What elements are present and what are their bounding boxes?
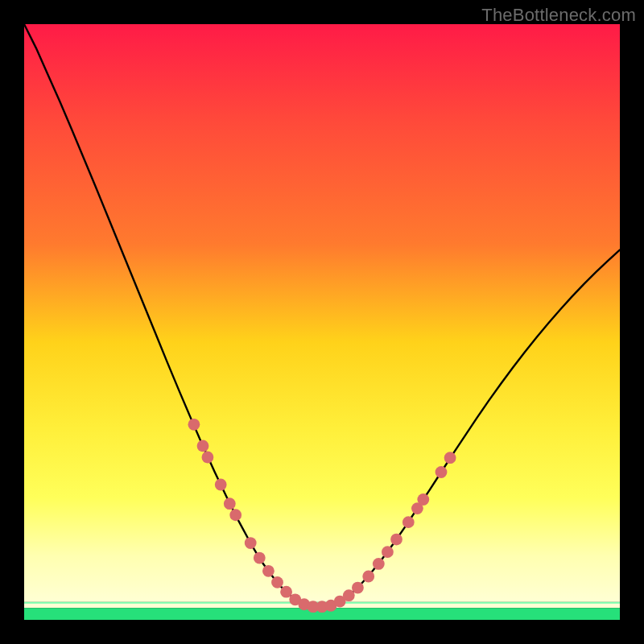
data-point	[215, 479, 227, 491]
data-point	[245, 537, 257, 549]
data-point	[417, 493, 429, 506]
data-point	[271, 576, 283, 588]
frame-bottom	[0, 620, 644, 644]
data-point	[188, 419, 200, 431]
chart-frame: TheBottleneck.com	[0, 0, 644, 644]
frame-left	[0, 0, 24, 644]
data-point	[436, 466, 448, 478]
data-point	[254, 552, 266, 564]
gradient-background	[24, 24, 620, 602]
bottleneck-curve-chart	[0, 0, 644, 644]
data-point	[402, 516, 415, 528]
data-point	[202, 452, 214, 464]
frame-right	[620, 0, 644, 644]
data-point	[224, 497, 236, 510]
data-point	[390, 534, 402, 546]
data-point	[197, 440, 209, 452]
data-point	[444, 452, 456, 464]
data-point	[362, 571, 374, 583]
data-point	[352, 582, 364, 594]
data-point	[229, 509, 242, 521]
watermark-text: TheBottleneck.com	[481, 5, 636, 26]
data-point	[262, 565, 275, 577]
data-point	[382, 546, 394, 558]
data-point	[280, 586, 292, 598]
data-point	[373, 558, 385, 570]
